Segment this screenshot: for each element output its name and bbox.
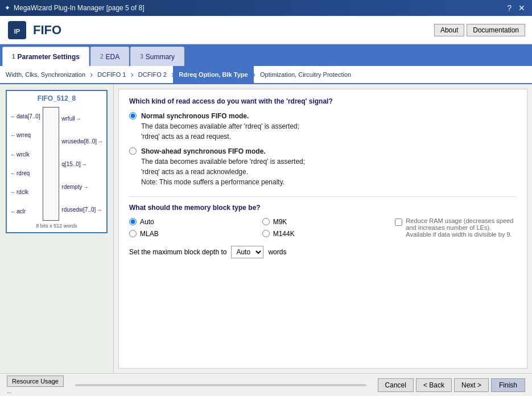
label-m9k: M9K (273, 218, 287, 226)
memory-options-grid: Auto M9K Reduce RAM usage (decreases spe… (129, 217, 517, 238)
radio-normal[interactable] (129, 112, 137, 119)
title-bar: ✦ MegaWizard Plug-In Manager [page 5 of … (0, 0, 532, 16)
resource-usage-button[interactable]: Resource Usage (7, 376, 64, 387)
svg-text:IP: IP (14, 28, 20, 35)
tab-parameter-settings[interactable]: 1 Parameter Settings (2, 47, 89, 66)
reduce-ram-label: Reduce RAM usage (decreases speed and in… (406, 217, 517, 238)
header-logo: IP FIFO (7, 20, 61, 40)
help-button[interactable]: ? (505, 3, 514, 13)
rdreq-option-group: Normal synchronous FIFO mode. The data b… (129, 111, 517, 187)
memory-option-m144k: M144K (262, 230, 384, 238)
block-depth-suffix: words (268, 248, 286, 256)
option-showahead-desc2: 'rdreq' acts as a read acknowledge. (141, 168, 248, 176)
tab-eda[interactable]: 2 EDA (90, 47, 129, 66)
option-showahead: Show-ahead synchronous FIFO mode. The da… (129, 146, 517, 187)
tab2-num: 2 (100, 53, 104, 60)
option-showahead-label: Show-ahead synchronous FIFO mode. (141, 147, 266, 155)
resource-dots: ... (7, 388, 64, 394)
documentation-button[interactable]: Documentation (467, 24, 525, 36)
option-normal: Normal synchronous FIFO mode. The data b… (129, 111, 517, 142)
app-icon: ✦ (5, 4, 10, 12)
block-depth-row: Set the maximum block depth to Auto 256 … (129, 246, 517, 258)
breadcrumb-width-clks[interactable]: Width, Clks, Synchronization (0, 66, 91, 83)
sig-aclr: ← aclr (10, 208, 40, 214)
next-button[interactable]: Next > (454, 378, 489, 392)
fifo-right-signals: wrfull → wrusedw[8..0] → q[15..0] → rdem… (59, 107, 103, 221)
tab3-num: 3 (140, 53, 143, 60)
fifo-center-rect (43, 107, 60, 221)
fifo-inner: ← data[7..0] ← wrreq ← wrclk ← rdreq (10, 107, 103, 221)
option-showahead-desc1: The data becomes available before 'rdreq… (141, 158, 305, 166)
tab2-label: EDA (106, 53, 120, 61)
bottom-bar: Resource Usage ... Cancel < Back Next > … (0, 373, 532, 396)
radio-m9k[interactable] (262, 218, 270, 225)
radio-mlab[interactable] (129, 230, 137, 237)
back-button[interactable]: < Back (416, 378, 452, 392)
about-button[interactable]: About (434, 24, 464, 36)
memory-option-m9k: M9K (262, 218, 384, 226)
breadcrumb-nav: Width, Clks, Synchronization › DCFIFO 1 … (0, 66, 532, 84)
title-bar-left: ✦ MegaWizard Plug-In Manager [page 5 of … (5, 4, 144, 12)
tab3-label: Summary (146, 53, 175, 61)
bottom-left: Resource Usage ... (7, 376, 64, 394)
block-depth-select[interactable]: Auto 256 512 1024 2048 (231, 246, 263, 258)
fifo-note: 8 bits x 512 words (10, 223, 103, 229)
tab1-label: Parameter Settings (18, 53, 80, 61)
left-panel: FIFO_512_8 ← data[7..0] ← wrreq ← wrclk (0, 84, 114, 373)
header: IP FIFO About Documentation (0, 16, 532, 44)
window-title: MegaWizard Plug-In Manager [page 5 of 8] (14, 4, 144, 12)
title-bar-controls: ? ✕ (505, 3, 527, 13)
close-button[interactable]: ✕ (516, 3, 527, 13)
fifo-left-signals: ← data[7..0] ← wrreq ← wrclk ← rdreq (10, 107, 43, 221)
breadcrumb-rdreq[interactable]: Rdreq Option, Blk Type (173, 66, 253, 83)
tab1-num: 1 (12, 53, 15, 60)
radio-showahead[interactable] (129, 147, 137, 155)
sig-rdusedw: rdusedw[7..0] → (61, 207, 103, 213)
breadcrumb-arrow-2: › (130, 69, 133, 80)
header-buttons: About Documentation (434, 24, 525, 36)
option-showahead-desc3: Note: This mode suffers a performance pe… (141, 178, 284, 186)
breadcrumb-arrow-4: › (253, 69, 255, 80)
sig-data: ← data[7..0] (10, 113, 40, 119)
sig-q: q[15..0] → (61, 161, 103, 167)
tab-summary[interactable]: 3 Summary (130, 47, 184, 66)
sig-wrclk: ← wrclk (10, 151, 40, 158)
label-m144k: M144K (273, 230, 295, 238)
question2: What should the memory block type be? (129, 204, 517, 212)
reduce-ram-section: Reduce RAM usage (decreases speed and in… (395, 217, 517, 238)
block-depth-label: Set the maximum block depth to (129, 248, 226, 256)
fifo-logo-icon: IP (7, 20, 27, 40)
main-content: FIFO_512_8 ← data[7..0] ← wrreq ← wrclk (0, 84, 532, 373)
cancel-button[interactable]: Cancel (378, 378, 414, 392)
radio-auto[interactable] (129, 218, 137, 225)
memory-option-auto: Auto (129, 218, 251, 226)
breadcrumb-optimization[interactable]: Optimization, Circuitry Protection (254, 66, 357, 83)
fifo-diagram-box: FIFO_512_8 ← data[7..0] ← wrreq ← wrclk (6, 90, 108, 233)
question1: Which kind of read access do you want wi… (129, 97, 517, 105)
fifo-title: FIFO_512_8 (10, 94, 103, 102)
reduce-ram-checkbox[interactable] (395, 218, 402, 226)
sig-wrfull: wrfull → (61, 116, 103, 122)
memory-option-mlab: MLAB (129, 230, 251, 238)
option-normal-desc1: The data becomes available after 'rdreq'… (141, 122, 299, 130)
breadcrumb-arrow-3: › (171, 69, 174, 80)
progress-bar (75, 384, 366, 386)
breadcrumb-dcfifo1[interactable]: DCFIFO 1 (92, 66, 131, 83)
sig-rdempty: rdempty → (61, 184, 103, 190)
option-normal-desc2: 'rdreq' acts as a read request. (141, 133, 231, 141)
sig-rdclk: ← rdclk (10, 189, 40, 195)
radio-m144k[interactable] (262, 230, 270, 237)
finish-button[interactable]: Finish (491, 378, 525, 392)
option-normal-text: Normal synchronous FIFO mode. The data b… (141, 111, 299, 142)
label-mlab: MLAB (140, 230, 159, 238)
nav-buttons: Cancel < Back Next > Finish (378, 378, 525, 392)
app-name: FIFO (33, 23, 61, 38)
sig-rdreq: ← rdreq (10, 170, 40, 176)
divider1 (129, 196, 517, 197)
breadcrumb-dcfifo2[interactable]: DCFIFO 2 (133, 66, 172, 83)
breadcrumb-arrow-1: › (90, 69, 93, 80)
label-auto: Auto (140, 218, 154, 226)
sig-wrusedw: wrusedw[8..0] → (61, 138, 103, 145)
right-panel: Which kind of read access do you want wi… (118, 89, 527, 369)
option-showahead-text: Show-ahead synchronous FIFO mode. The da… (141, 146, 305, 187)
